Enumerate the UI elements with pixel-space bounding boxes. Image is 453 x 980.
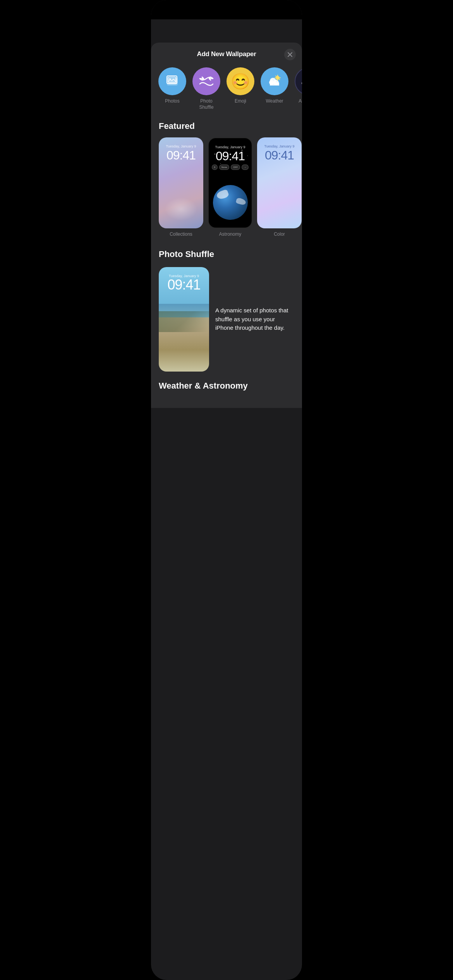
emoji-icon: 😊 bbox=[226, 67, 254, 95]
svg-line-15 bbox=[279, 79, 280, 80]
color-label: Color bbox=[274, 231, 285, 237]
astronomy-label: Astronomy bbox=[219, 231, 241, 237]
featured-card-color[interactable]: Tuesday, January 9 09:41 Color bbox=[257, 137, 302, 237]
category-emoji-label: Emoji bbox=[235, 98, 246, 105]
photo-shuffle-icon bbox=[192, 67, 220, 95]
astronomy-mockup: Tuesday, January 9 09:41 6 None OFF bbox=[208, 137, 252, 228]
color-time: 09:41 bbox=[265, 149, 294, 161]
category-row: Photos Photo Shuffle 😊 bbox=[151, 64, 302, 118]
category-photo-shuffle-label: Photo Shuffle bbox=[199, 98, 213, 110]
svg-line-14 bbox=[276, 76, 276, 76]
photo-shuffle-desc-text: A dynamic set of photos that shuffle as … bbox=[215, 306, 294, 332]
astronomy-screen: Tuesday, January 9 09:41 6 None OFF bbox=[209, 138, 252, 228]
photos-icon bbox=[158, 67, 186, 95]
modal-header: Add New Wallpaper bbox=[151, 43, 302, 64]
collections-time: 09:41 bbox=[166, 149, 196, 161]
earth-image bbox=[213, 185, 248, 220]
close-button[interactable] bbox=[284, 49, 296, 60]
color-screen: Tuesday, January 9 09:41 bbox=[257, 137, 302, 228]
weather-astronomy-section-header: Weather & Astronomy bbox=[151, 372, 302, 392]
category-photos[interactable]: Photos bbox=[159, 67, 186, 110]
category-photos-label: Photos bbox=[165, 98, 179, 105]
category-astronomy[interactable]: Astrono... bbox=[295, 67, 302, 110]
category-emoji[interactable]: 😊 Emoji bbox=[227, 67, 254, 110]
weather-icon bbox=[261, 67, 288, 95]
collections-label: Collections bbox=[170, 231, 192, 237]
category-weather[interactable]: Weather bbox=[261, 67, 288, 110]
modal-title: Add New Wallpaper bbox=[197, 50, 256, 58]
featured-section-header: Featured bbox=[151, 118, 302, 137]
category-astronomy-label: Astrono... bbox=[299, 98, 302, 105]
photo-shuffle-description: A dynamic set of photos that shuffle as … bbox=[215, 267, 294, 372]
photo-shuffle-phone-time: 09:41 bbox=[167, 278, 200, 292]
color-date: Tuesday, January 9 bbox=[264, 144, 294, 148]
collections-mockup: Tuesday, January 9 09:41 bbox=[159, 137, 203, 228]
svg-rect-8 bbox=[270, 82, 279, 86]
astronomy-icon bbox=[295, 67, 302, 95]
featured-card-collections[interactable]: Tuesday, January 9 09:41 Collections bbox=[159, 137, 203, 237]
collections-date: Tuesday, January 9 bbox=[166, 144, 196, 148]
featured-card-astronomy[interactable]: Tuesday, January 9 09:41 6 None OFF bbox=[208, 137, 252, 237]
photo-shuffle-section-header: Photo Shuffle bbox=[151, 240, 302, 266]
photo-shuffle-phone[interactable]: Tuesday, January 9 09:41 bbox=[159, 267, 209, 372]
collections-screen: Tuesday, January 9 09:41 bbox=[159, 137, 203, 228]
svg-point-18 bbox=[301, 76, 302, 86]
color-mockup: Tuesday, January 9 09:41 bbox=[257, 137, 302, 228]
category-photo-shuffle[interactable]: Photo Shuffle bbox=[193, 67, 220, 110]
category-weather-label: Weather bbox=[266, 98, 283, 105]
photo-shuffle-content: Tuesday, January 9 09:41 A dynamic set o… bbox=[151, 267, 302, 372]
featured-row: Tuesday, January 9 09:41 Collections Tue… bbox=[151, 137, 302, 240]
